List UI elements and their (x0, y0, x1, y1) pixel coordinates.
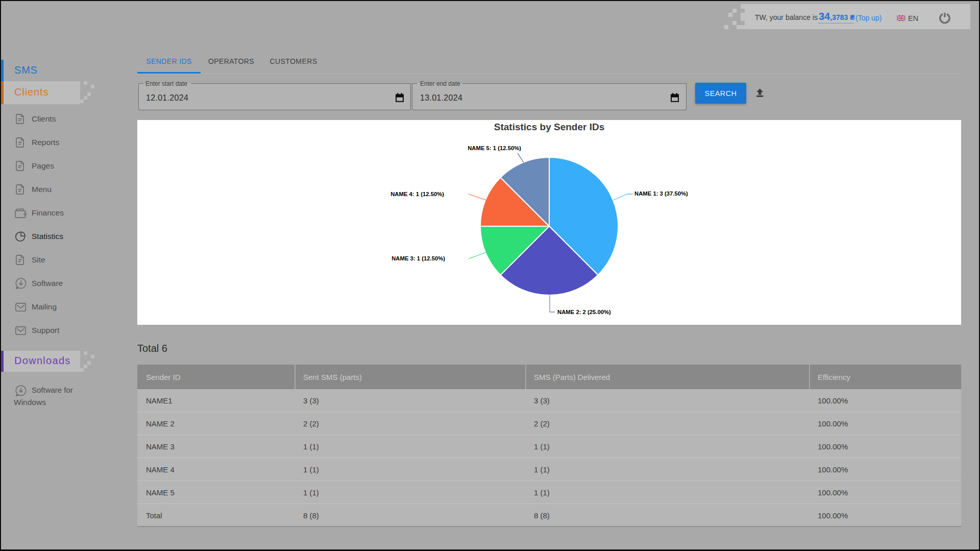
svg-text:NAME 1: 3 (37.50%): NAME 1: 3 (37.50%) (634, 190, 688, 197)
svg-text:NAME 3: 1 (12.50%): NAME 3: 1 (12.50%) (391, 255, 445, 261)
svg-text:NAME 5: 1 (12.50%): NAME 5: 1 (12.50%) (468, 145, 521, 151)
svg-text:NAME 2: 2 (25.00%): NAME 2: 2 (25.00%) (557, 309, 611, 315)
svg-text:NAME 4: 1 (12.50%): NAME 4: 1 (12.50%) (390, 191, 444, 197)
